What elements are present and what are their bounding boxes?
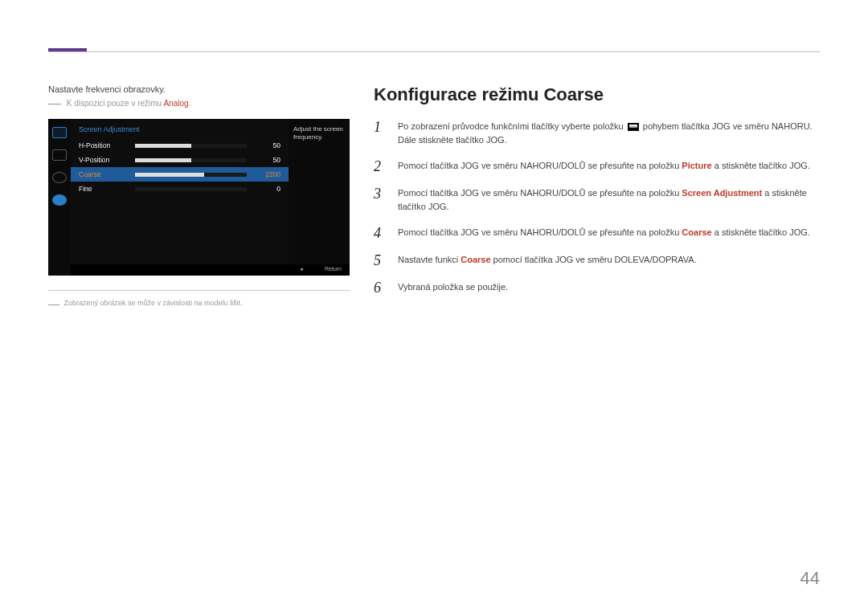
availability-note: ― K dispozici pouze v režimu Analog. [48, 99, 350, 108]
step-item: 4Pomocí tlačítka JOG ve směru NAHORU/DOL… [374, 226, 820, 240]
step-text: Pomocí tlačítka JOG ve směru NAHORU/DOLŮ… [398, 226, 810, 239]
osd-row-coarse: Coarse2200 [71, 167, 289, 182]
osd-row-fine: Fine0 [71, 182, 289, 196]
slider-fill [135, 158, 191, 162]
osd-main-panel: Screen Adjustment H-Position50V-Position… [71, 119, 289, 276]
step-item: 5Nastavte funkci Coarse pomocí tlačítka … [374, 253, 820, 268]
left-column: Nastavte frekvenci obrazovky. ― K dispoz… [48, 84, 350, 310]
settings-icon [52, 172, 67, 183]
step-item: 2Pomocí tlačítka JOG ve směru NAHORU/DOL… [374, 159, 820, 174]
step-item: 3Pomocí tlačítka JOG ve směru NAHORU/DOL… [374, 186, 820, 213]
step-item: 6Vybraná položka se použije. [374, 280, 820, 295]
screenshot-disclaimer: ― Zobrazený obrázek se může v závislosti… [48, 290, 350, 310]
osd-row-value: 2200 [253, 170, 280, 178]
menu-icon [628, 123, 639, 131]
osd-row-label: Coarse [79, 170, 129, 178]
left-arrow-icon: ◄ [299, 267, 304, 272]
step-number: 5 [374, 253, 387, 268]
intro-text: Nastavte frekvenci obrazovky. [48, 84, 350, 94]
osd-row-v-position: V-Position50 [71, 153, 289, 167]
highlight-term: Coarse [682, 227, 711, 237]
osd-row-value: 50 [253, 156, 280, 164]
section-title: Konfigurace režimu Coarse [374, 84, 820, 105]
slider-fill [135, 173, 204, 177]
osd-row-label: Fine [79, 185, 129, 193]
slider-track [135, 158, 247, 162]
step-item: 1Po zobrazení průvodce funkčními tlačítk… [374, 120, 820, 146]
info-icon [52, 194, 67, 206]
step-text: Vybraná položka se použije. [398, 280, 508, 294]
header-divider [48, 51, 820, 52]
step-text: Pomocí tlačítka JOG ve směru NAHORU/DOLŮ… [398, 159, 810, 173]
osd-row-label: V-Position [79, 156, 129, 164]
slider-track [135, 173, 247, 177]
osd-screenshot: Screen Adjustment H-Position50V-Position… [48, 119, 350, 276]
picture-icon [52, 127, 67, 138]
osd-tooltip: Adjust the screen frequency. [289, 119, 350, 276]
slider-track [135, 144, 247, 148]
step-text: Po zobrazení průvodce funkčními tlačítky… [398, 120, 820, 146]
osd-footer: ◄ Return [71, 264, 350, 276]
highlight-term: Coarse [461, 255, 490, 264]
slider-fill [135, 144, 191, 148]
osd-sidebar [48, 119, 71, 276]
display-icon [52, 149, 67, 161]
osd-row-value: 0 [253, 185, 280, 193]
step-number: 4 [374, 226, 387, 240]
right-column: Konfigurace režimu Coarse 1Po zobrazení … [374, 84, 820, 310]
osd-row-label: H-Position [79, 141, 129, 149]
step-text: Nastavte funkci Coarse pomocí tlačítka J… [398, 253, 697, 267]
step-number: 1 [374, 120, 387, 134]
dash-icon: ― [48, 297, 59, 310]
osd-row-h-position: H-Position50 [71, 138, 289, 153]
step-text: Pomocí tlačítka JOG ve směru NAHORU/DOLŮ… [398, 186, 820, 213]
slider-track [135, 187, 247, 191]
highlight-term: Picture [682, 161, 711, 170]
osd-row-value: 50 [253, 141, 280, 149]
steps-list: 1Po zobrazení průvodce funkčními tlačítk… [374, 120, 820, 295]
highlight-term: Screen Adjustment [682, 188, 762, 198]
step-number: 2 [374, 159, 387, 174]
return-label: Return [325, 266, 342, 272]
osd-panel-title: Screen Adjustment [71, 119, 289, 138]
page-number: 44 [800, 568, 820, 589]
dash-icon: ― [48, 96, 61, 110]
step-number: 3 [374, 186, 387, 201]
step-number: 6 [374, 280, 387, 295]
